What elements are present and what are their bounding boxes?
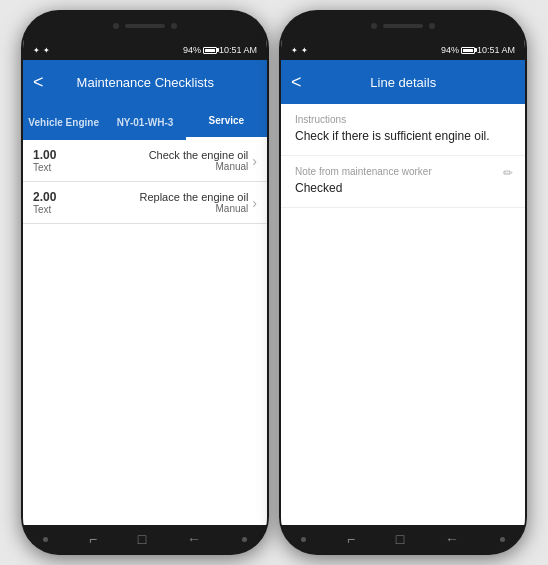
chevron-icon-2: ›	[252, 195, 257, 211]
note-value: Checked	[295, 180, 511, 197]
app-header-1: < Maintenance Checklists	[23, 60, 267, 104]
note-section: Note from maintenance worker Checked ✏	[281, 156, 525, 208]
instructions-section: Instructions Check if there is sufficien…	[281, 104, 525, 156]
nav-dot-3	[301, 537, 306, 542]
item-desc-2: Replace the engine oil	[73, 191, 248, 203]
speaker-bar	[125, 24, 165, 28]
edit-icon[interactable]: ✏	[503, 166, 513, 180]
status-right-2: 94% 10:51 AM	[441, 45, 515, 55]
phone-1: ✦ ✦ 94% 10:51 AM < Maintenance Checklist…	[21, 10, 269, 555]
nav-dot-4	[500, 537, 505, 542]
battery-percent-2: 94%	[441, 45, 459, 55]
status-bar-2: ✦ ✦ 94% 10:51 AM	[281, 40, 525, 60]
camera-dot	[113, 23, 119, 29]
back-button-2[interactable]: <	[291, 72, 302, 93]
status-bar-1: ✦ ✦ 94% 10:51 AM	[23, 40, 267, 60]
speaker-bar-2	[383, 24, 423, 28]
instructions-value: Check if there is sufficient engine oil.	[295, 128, 511, 145]
item-left-1: 1.00 Text	[33, 148, 73, 173]
screen-1: ✦ ✦ 94% 10:51 AM < Maintenance Checklist…	[23, 40, 267, 525]
status-left-2: ✦ ✦	[291, 46, 308, 55]
back-button-1[interactable]: <	[33, 72, 44, 93]
item-left-2: 2.00 Text	[33, 190, 73, 215]
phone-bottom-bar-2: ⌐ □ ←	[281, 525, 525, 553]
item-source-1: Manual	[73, 161, 248, 172]
sim-icon: ✦	[33, 46, 40, 55]
phone-top-bar-2	[281, 12, 525, 40]
detail-content: Instructions Check if there is sufficien…	[281, 104, 525, 525]
tab-vehicle-engine[interactable]: Vehicle Engine	[23, 104, 104, 140]
screen-2: ✦ ✦ 94% 10:51 AM < Line details	[281, 40, 525, 525]
tab-ny-01-wh-3[interactable]: NY-01-WH-3	[104, 104, 185, 140]
item-right-1: Check the engine oil Manual	[73, 149, 248, 172]
recent-apps-icon-2[interactable]: ⌐	[347, 531, 355, 547]
item-desc-1: Check the engine oil	[73, 149, 248, 161]
app-header-2: < Line details	[281, 60, 525, 104]
bluetooth-icon-2: ✦	[301, 46, 308, 55]
tab-service[interactable]: Service	[186, 104, 267, 140]
checklist-item-1[interactable]: 1.00 Text Check the engine oil Manual ›	[23, 140, 267, 182]
note-label: Note from maintenance worker	[295, 166, 511, 177]
back-nav-icon-1[interactable]: ←	[187, 531, 201, 547]
nav-dot-2	[242, 537, 247, 542]
battery-icon-2	[461, 47, 475, 54]
status-left: ✦ ✦	[33, 46, 50, 55]
item-number-1: 1.00	[33, 148, 73, 162]
phone-bottom-bar-1: ⌐ □ ←	[23, 525, 267, 553]
item-type-1: Text	[33, 162, 73, 173]
camera-dot-4	[429, 23, 435, 29]
phone-top-bar-1	[23, 12, 267, 40]
back-nav-icon-2[interactable]: ←	[445, 531, 459, 547]
bluetooth-icon: ✦	[43, 46, 50, 55]
home-icon-1[interactable]: □	[138, 531, 146, 547]
battery-percent: 94%	[183, 45, 201, 55]
checklist-item-2[interactable]: 2.00 Text Replace the engine oil Manual …	[23, 182, 267, 224]
header-title-2: Line details	[310, 75, 497, 90]
instructions-label: Instructions	[295, 114, 511, 125]
recent-apps-icon-1[interactable]: ⌐	[89, 531, 97, 547]
status-time-1: 10:51 AM	[219, 45, 257, 55]
status-right: 94% 10:51 AM	[183, 45, 257, 55]
chevron-icon-1: ›	[252, 153, 257, 169]
nav-dot-1	[43, 537, 48, 542]
status-time-2: 10:51 AM	[477, 45, 515, 55]
sim-icon-2: ✦	[291, 46, 298, 55]
camera-dot-2	[171, 23, 177, 29]
item-number-2: 2.00	[33, 190, 73, 204]
item-right-2: Replace the engine oil Manual	[73, 191, 248, 214]
item-source-2: Manual	[73, 203, 248, 214]
home-icon-2[interactable]: □	[396, 531, 404, 547]
phone-2: ✦ ✦ 94% 10:51 AM < Line details	[279, 10, 527, 555]
header-title-1: Maintenance Checklists	[52, 75, 239, 90]
checklist-content: 1.00 Text Check the engine oil Manual › …	[23, 140, 267, 525]
item-type-2: Text	[33, 204, 73, 215]
camera-dot-3	[371, 23, 377, 29]
battery-icon	[203, 47, 217, 54]
tab-bar-1: Vehicle Engine NY-01-WH-3 Service	[23, 104, 267, 140]
